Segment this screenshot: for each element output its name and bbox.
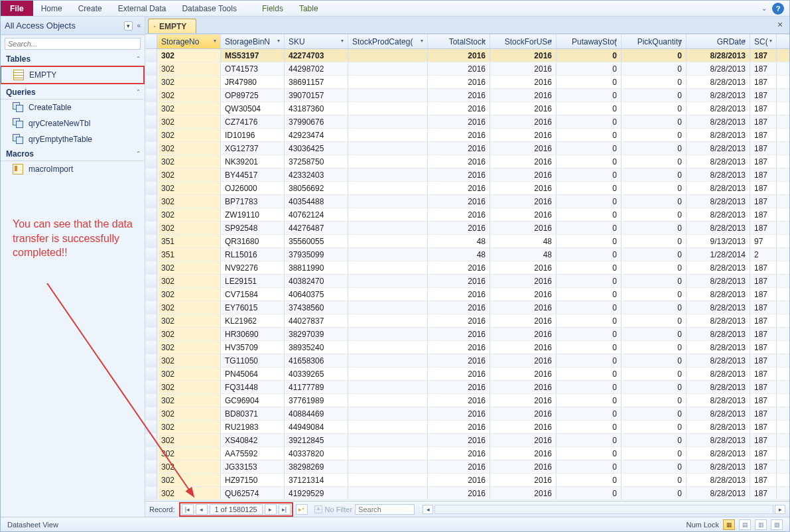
cell-PickQuantity[interactable]: 0	[622, 301, 687, 314]
cell-TotalStock[interactable]: 2016	[428, 460, 490, 473]
cell-SKU[interactable]: 44276487	[285, 222, 348, 234]
cell-StockForUSe[interactable]: 2016	[490, 155, 557, 168]
table-row[interactable]: 302NK392013725875020162016008/28/2013187	[145, 155, 789, 168]
cell-PutawayStock[interactable]: 0	[557, 314, 622, 327]
row-selector[interactable]	[145, 76, 157, 88]
row-selector[interactable]	[145, 288, 157, 300]
cell-GRDate[interactable]: 8/28/2013	[687, 301, 750, 314]
cell-StorageBinN[interactable]: LE29151	[221, 275, 285, 287]
table-row[interactable]: 302LE291514038247020162016008/28/2013187	[145, 275, 789, 288]
cell-GRDate[interactable]: 8/28/2013	[687, 487, 750, 499]
table-row[interactable]: 351QR31680355600554848009/13/201397	[145, 235, 789, 248]
table-row[interactable]: 302OJ260003805669220162016008/28/2013187	[145, 182, 789, 195]
cell-SC[interactable]: 187	[750, 89, 777, 101]
row-selector[interactable]	[145, 115, 157, 128]
table-row[interactable]: 302BD803714088446920162016008/28/2013187	[145, 407, 789, 421]
close-tab-button[interactable]: ×	[775, 20, 785, 31]
cell-TotalStock[interactable]: 2016	[428, 301, 490, 314]
nav-item[interactable]: CreateTable	[1, 100, 145, 115]
cell-StorageNo[interactable]: 302	[157, 381, 221, 393]
cell-StorageNo[interactable]: 302	[157, 142, 221, 155]
row-selector[interactable]	[145, 367, 157, 380]
cell-PickQuantity[interactable]: 0	[622, 208, 687, 221]
cell-PutawayStock[interactable]: 0	[557, 301, 622, 314]
cell-StockProdCateg[interactable]	[348, 288, 428, 300]
cell-PickQuantity[interactable]: 0	[622, 155, 687, 168]
nav-item[interactable]: macroImport	[1, 161, 145, 177]
cell-TotalStock[interactable]: 2016	[428, 195, 490, 208]
cell-StockProdCateg[interactable]	[348, 248, 428, 261]
nav-item[interactable]: qryEmptytheTable	[1, 131, 145, 147]
table-row[interactable]: 302BP717834035448820162016008/28/2013187	[145, 195, 789, 208]
cell-StockProdCateg[interactable]	[348, 301, 428, 314]
hscroll-right-button[interactable]: ▸	[775, 505, 785, 514]
cell-StorageBinN[interactable]: CZ74176	[221, 115, 285, 128]
cell-PickQuantity[interactable]: 0	[622, 460, 687, 473]
cell-TotalStock[interactable]: 2016	[428, 474, 490, 486]
cell-PutawayStock[interactable]: 0	[557, 62, 622, 75]
cell-PickQuantity[interactable]: 0	[622, 341, 687, 354]
cell-TotalStock[interactable]: 2016	[428, 434, 490, 446]
cell-StorageNo[interactable]: 302	[157, 407, 221, 420]
cell-StockForUSe[interactable]: 2016	[490, 341, 557, 354]
cell-StorageNo[interactable]: 302	[157, 155, 221, 168]
cell-TotalStock[interactable]: 2016	[428, 115, 490, 128]
cell-PickQuantity[interactable]: 0	[622, 102, 687, 115]
cell-StockForUSe[interactable]: 2016	[490, 89, 557, 101]
cell-StockForUSe[interactable]: 2016	[490, 208, 557, 221]
cell-StorageBinN[interactable]: XG12737	[221, 142, 285, 155]
cell-SKU[interactable]: 42923474	[285, 129, 348, 141]
column-header-StorageNo[interactable]: StorageNo▾	[157, 34, 221, 48]
cell-StockForUSe[interactable]: 48	[490, 235, 557, 247]
cell-GRDate[interactable]: 8/28/2013	[687, 49, 750, 62]
cell-StockForUSe[interactable]: 2016	[490, 168, 557, 181]
cell-SC[interactable]: 97	[750, 235, 777, 247]
cell-TotalStock[interactable]: 2016	[428, 261, 490, 274]
record-position[interactable]: 1 of 1580125	[210, 504, 263, 515]
cell-StorageBinN[interactable]: RU21983	[221, 421, 285, 433]
cell-GRDate[interactable]: 8/28/2013	[687, 341, 750, 354]
cell-StockProdCateg[interactable]	[348, 76, 428, 88]
cell-TotalStock[interactable]: 2016	[428, 49, 490, 62]
cell-SKU[interactable]: 40884469	[285, 407, 348, 420]
cell-StorageBinN[interactable]: FQ31448	[221, 381, 285, 393]
cell-StockProdCateg[interactable]	[348, 261, 428, 274]
cell-StorageBinN[interactable]: OP89725	[221, 89, 285, 101]
cell-GRDate[interactable]: 8/28/2013	[687, 195, 750, 208]
cell-SKU[interactable]: 38935240	[285, 341, 348, 354]
cell-SKU[interactable]: 38691157	[285, 76, 348, 88]
row-selector[interactable]	[145, 168, 157, 181]
cell-StorageNo[interactable]: 302	[157, 394, 221, 407]
cell-SC[interactable]: 187	[750, 301, 777, 314]
cell-SKU[interactable]: 35560055	[285, 235, 348, 247]
column-header-SKU[interactable]: SKU▾	[285, 34, 348, 48]
cell-PickQuantity[interactable]: 0	[622, 447, 687, 460]
cell-SC[interactable]: 187	[750, 208, 777, 221]
column-header-GRDate[interactable]: GRDate▾	[687, 34, 750, 48]
cell-SKU[interactable]: 40382470	[285, 275, 348, 287]
cell-PickQuantity[interactable]: 0	[622, 168, 687, 181]
cell-TotalStock[interactable]: 2016	[428, 421, 490, 433]
cell-GRDate[interactable]: 8/28/2013	[687, 89, 750, 101]
cell-SC[interactable]: 187	[750, 261, 777, 274]
cell-SC[interactable]: 187	[750, 142, 777, 155]
cell-SKU[interactable]: 43187360	[285, 102, 348, 115]
cell-StockProdCateg[interactable]	[348, 49, 428, 62]
ribbon-context-tab[interactable]: Fields	[254, 1, 291, 16]
table-row[interactable]: 302OT415734429870220162016008/28/2013187	[145, 62, 789, 76]
cell-StockProdCateg[interactable]	[348, 62, 428, 75]
row-selector[interactable]	[145, 129, 157, 141]
nav-dropdown-icon[interactable]: ▾	[124, 21, 133, 31]
table-row[interactable]: 351RL15016379350994848001/28/20142	[145, 248, 789, 261]
cell-SKU[interactable]: 44949084	[285, 421, 348, 433]
cell-StorageNo[interactable]: 302	[157, 314, 221, 327]
column-header-PutawayStock[interactable]: PutawaySto(▾	[557, 34, 622, 48]
cell-GRDate[interactable]: 8/28/2013	[687, 288, 750, 300]
cell-SKU[interactable]: 40339265	[285, 367, 348, 380]
cell-GRDate[interactable]: 9/13/2013	[687, 235, 750, 247]
cell-TotalStock[interactable]: 2016	[428, 208, 490, 221]
column-header-PickQuantity[interactable]: PickQuantity▾	[622, 34, 687, 48]
cell-TotalStock[interactable]: 2016	[428, 142, 490, 155]
cell-PutawayStock[interactable]: 0	[557, 129, 622, 141]
cell-TotalStock[interactable]: 2016	[428, 381, 490, 393]
